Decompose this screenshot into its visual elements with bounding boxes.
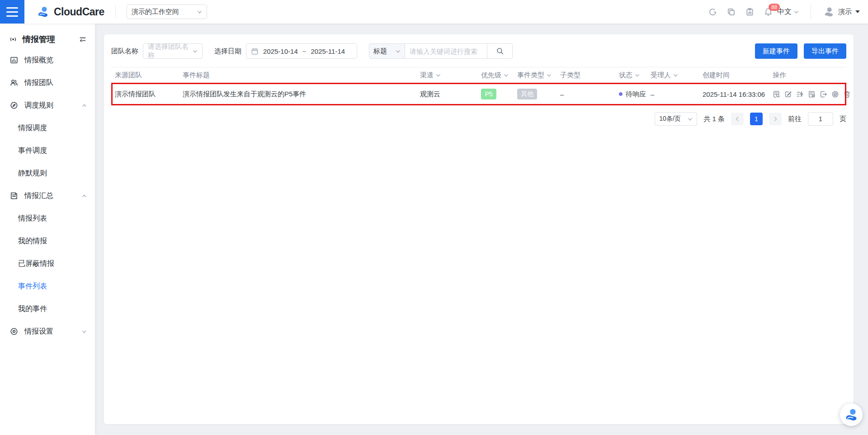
column-header-source-team: 来源团队 xyxy=(111,67,179,83)
column-header-event-title: 事件标题 xyxy=(179,67,416,83)
filter-chevron-icon xyxy=(436,73,441,78)
topbar-right: 88 中文 演示 xyxy=(698,4,868,19)
search-icon xyxy=(496,47,504,55)
quick-process-icon[interactable] xyxy=(796,90,804,98)
filter-chevron-icon xyxy=(635,73,640,78)
notifications-bell-icon[interactable]: 88 xyxy=(764,8,773,16)
sidebar-subitem-label: 事件列表 xyxy=(18,282,47,291)
notification-count-badge: 88 xyxy=(769,4,780,11)
cell-status: 待响应 xyxy=(615,84,647,104)
help-center-icon[interactable] xyxy=(708,8,717,16)
cell-event-title[interactable]: 演示情报团队发生来自于观测云的P5事件 xyxy=(179,84,416,104)
cell-source-team: 演示情报团队 xyxy=(111,84,179,104)
sidebar-item-intel-teams[interactable]: 情报团队 xyxy=(0,71,95,94)
sidebar-item-label: 调度规则 xyxy=(24,101,75,110)
sidebar-subitem-label: 静默规则 xyxy=(18,169,47,178)
column-header-status[interactable]: 状态 xyxy=(615,67,647,83)
language-select[interactable]: 中文 xyxy=(777,7,799,17)
hamburger-menu-button[interactable] xyxy=(0,0,24,24)
chevron-down-icon xyxy=(82,329,87,334)
sidebar-subitem-my-events[interactable]: 我的事件 xyxy=(0,298,95,320)
page-size-value: 10条/页 xyxy=(659,115,688,123)
record-check-icon[interactable] xyxy=(808,90,816,98)
sidebar-item-dispatch-rules[interactable]: 调度规则 xyxy=(0,94,95,117)
username-label: 演示 xyxy=(838,8,852,16)
sidebar-item-label: 情报概览 xyxy=(24,56,87,65)
column-header-assignee[interactable]: 受理人 xyxy=(647,67,699,83)
column-header-subtype: 子类型 xyxy=(557,67,615,83)
sidebar-subitem-intel-list[interactable]: 情报列表 xyxy=(0,207,95,230)
column-header-priority[interactable]: 优先级 xyxy=(477,67,514,83)
sidebar-item-label: 情报汇总 xyxy=(24,191,75,201)
bar-chart-icon xyxy=(10,56,18,64)
date-separator: ~ xyxy=(302,47,307,55)
sidebar-subitem-event-list[interactable]: 事件列表 xyxy=(0,275,95,298)
filter-chevron-icon xyxy=(504,73,509,78)
date-range-picker[interactable]: 2025-10-14 ~ 2025-11-14 xyxy=(246,43,357,59)
search-button[interactable] xyxy=(487,43,513,59)
seal-icon[interactable] xyxy=(831,90,839,98)
date-end-value: 2025-11-14 xyxy=(311,47,345,55)
sidebar-subitem-blocked-intel[interactable]: 已屏蔽情报 xyxy=(0,252,95,275)
toolbar-actions: 新建事件 导出事件 xyxy=(755,43,846,59)
chevron-up-icon xyxy=(82,103,87,108)
goto-page-input[interactable] xyxy=(808,112,833,126)
team-name-placeholder: 请选择团队名称 xyxy=(148,43,193,60)
column-header-event-type[interactable]: 事件类型 xyxy=(514,67,557,83)
chevron-down-icon xyxy=(688,117,693,122)
team-name-select[interactable]: 请选择团队名称 xyxy=(143,43,203,59)
total-count-label: 共 1 条 xyxy=(703,115,725,123)
avatar-icon xyxy=(823,6,835,18)
column-header-channel[interactable]: 渠道 xyxy=(416,67,477,83)
table-row[interactable]: 演示情报团队 演示情报团队发生来自于观测云的P5事件 观测云 P5 其他 – 待… xyxy=(111,84,846,105)
sidebar-item-intel-overview[interactable]: 情报概览 xyxy=(0,49,95,71)
delete-icon[interactable] xyxy=(843,90,851,98)
cell-created-at: 2025-11-14 16:33:06 xyxy=(699,84,769,104)
chevron-down-icon xyxy=(197,9,202,14)
edit-icon[interactable] xyxy=(784,90,792,98)
team-name-label: 团队名称 xyxy=(111,47,138,56)
prev-page-button[interactable] xyxy=(731,113,744,125)
search-field-select[interactable]: 标题 xyxy=(369,43,405,59)
docs-copy-icon[interactable] xyxy=(727,8,736,16)
current-page-button[interactable]: 1 xyxy=(750,113,763,125)
sidebar-item-intel-summary[interactable]: 情报汇总 xyxy=(0,184,95,207)
keyword-search-input[interactable] xyxy=(405,43,487,59)
brand-logo: CloudCare xyxy=(36,5,104,19)
sidebar-subitem-event-dispatch[interactable]: 事件调度 xyxy=(0,139,95,162)
view-detail-icon[interactable] xyxy=(773,90,780,98)
people-icon xyxy=(10,79,18,87)
clipboard-report-icon[interactable] xyxy=(745,8,754,16)
cloudcare-logo-icon xyxy=(36,5,50,19)
sidebar-subitem-label: 我的事件 xyxy=(18,304,47,314)
create-event-button[interactable]: 新建事件 xyxy=(755,43,797,59)
export-event-button[interactable]: 导出事件 xyxy=(804,43,846,59)
sidebar-subitem-my-intel[interactable]: 我的情报 xyxy=(0,230,95,252)
cell-priority: P5 xyxy=(477,84,514,104)
chevron-down-icon xyxy=(794,9,799,14)
floating-assistant-button[interactable] xyxy=(840,403,863,426)
sidebar-item-intel-settings[interactable]: 情报设置 xyxy=(0,320,95,343)
topbar-divider xyxy=(115,5,116,19)
cell-assignee: – xyxy=(647,84,699,104)
date-start-value: 2025-10-14 xyxy=(263,47,298,55)
sidebar-subitem-silence-rules[interactable]: 静默规则 xyxy=(0,162,95,184)
filter-chevron-icon xyxy=(673,73,678,78)
sidebar-subitem-intel-dispatch[interactable]: 情报调度 xyxy=(0,117,95,139)
next-page-button[interactable] xyxy=(769,113,782,125)
cell-operations xyxy=(769,84,851,104)
priority-badge: P5 xyxy=(481,89,496,99)
user-menu[interactable]: 演示 xyxy=(823,6,860,18)
caret-down-icon xyxy=(855,10,860,13)
cloudcare-logo-icon xyxy=(844,407,859,422)
sidebar-item-label: 情报团队 xyxy=(24,78,87,88)
filter-bar: 团队名称 请选择团队名称 选择日期 2025-10-14 ~ 2025-11-1… xyxy=(111,43,846,59)
pagination-bar: 10条/页 共 1 条 1 前往 页 xyxy=(111,112,846,126)
workspace-select[interactable]: 演示的工作空间 xyxy=(127,5,207,19)
status-label: 待响应 xyxy=(626,90,646,99)
settings-icon xyxy=(10,327,18,336)
collapse-sidebar-icon[interactable] xyxy=(79,35,87,43)
page-size-select[interactable]: 10条/页 xyxy=(655,112,697,126)
transfer-out-icon[interactable] xyxy=(820,90,827,98)
sidebar-subitem-label: 情报调度 xyxy=(18,123,47,133)
